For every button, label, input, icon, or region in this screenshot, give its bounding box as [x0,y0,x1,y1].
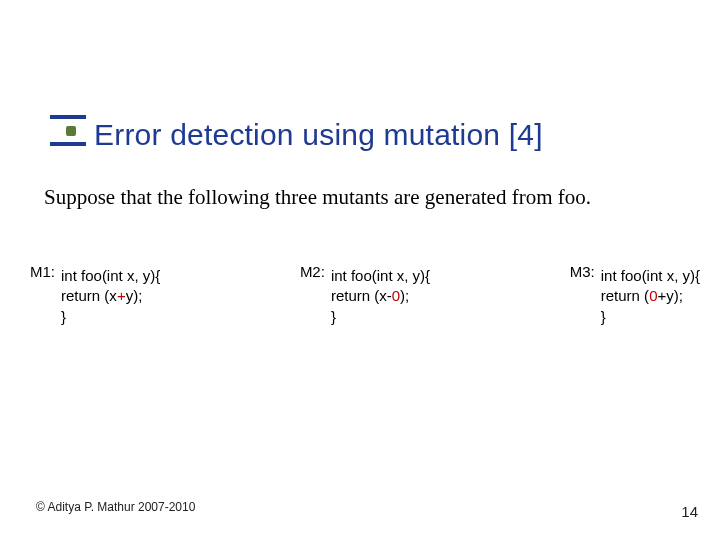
code-line: } [331,308,336,325]
mutant-label: M3: [570,263,595,280]
mutant-label: M2: [300,263,325,280]
code-line: } [61,308,66,325]
code-line-pre: return ( [601,287,649,304]
slide: Error detection using mutation [4] Suppo… [0,0,720,540]
mutants-row: M1: int foo(int x, y){ return (x+y); } M… [30,263,700,327]
mutant-label: M1: [30,263,55,280]
mutant-m2: M2: int foo(int x, y){ return (x-0); } [300,263,430,327]
footer-copyright: © Aditya P. Mathur 2007-2010 [36,500,195,514]
code-line: } [601,308,606,325]
code-line-pre: return (x- [331,287,392,304]
code-line: int foo(int x, y){ [61,267,160,284]
mutant-code: int foo(int x, y){ return (x-0); } [331,266,430,327]
code-line: int foo(int x, y){ [601,267,700,284]
mutant-code: int foo(int x, y){ return (0+y); } [601,266,700,327]
code-line: int foo(int x, y){ [331,267,430,284]
title-wrap: Error detection using mutation [4] [94,118,690,152]
footer-page-number: 14 [681,503,698,520]
slide-body-text: Suppose that the following three mutants… [44,184,680,211]
code-mutation-highlight: 0 [392,287,400,304]
code-line-post: +y); [657,287,682,304]
code-line-post: ); [400,287,409,304]
code-line-pre: return (x [61,287,117,304]
title-bullet-icon [66,126,76,136]
code-mutation-highlight: + [117,287,126,304]
mutant-code: int foo(int x, y){ return (x+y); } [61,266,160,327]
mutant-m1: M1: int foo(int x, y){ return (x+y); } [30,263,160,327]
mutant-m3: M3: int foo(int x, y){ return (0+y); } [570,263,700,327]
slide-title: Error detection using mutation [4] [94,118,690,152]
title-accent-lines [50,115,86,119]
code-line-post: y); [126,287,143,304]
